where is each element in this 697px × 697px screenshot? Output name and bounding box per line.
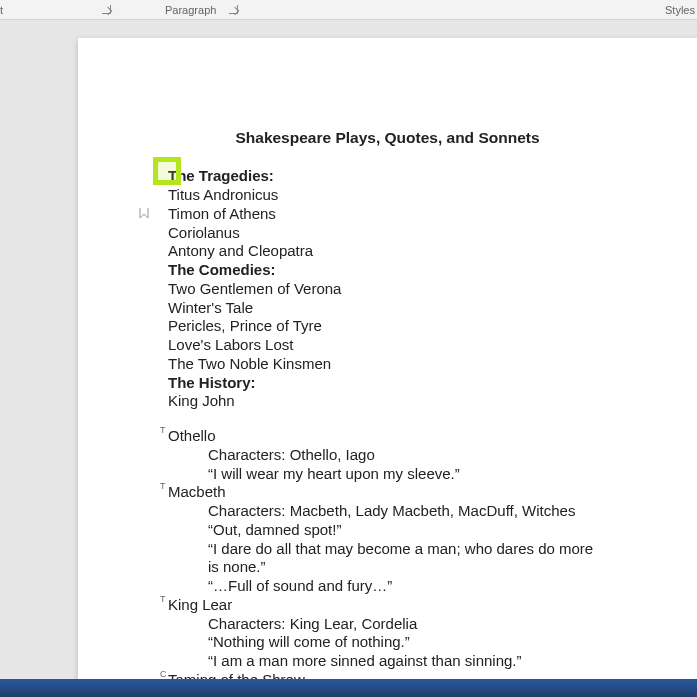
- play-quote: “I will wear my heart upon my sleeve.”: [168, 465, 607, 484]
- section-heading-comedies: The Comedies:: [168, 261, 607, 280]
- play-detail-title: T King Lear: [168, 596, 607, 615]
- dialog-launcher-icon: [229, 5, 238, 14]
- ribbon-label-styles: Styles: [665, 4, 695, 16]
- ribbon-group-font-launcher[interactable]: [102, 5, 111, 14]
- play-quote: “I am a man more sinned against than sin…: [168, 652, 607, 671]
- play-characters: Characters: King Lear, Cordelia: [168, 615, 607, 634]
- ribbon-group-paragraph[interactable]: Paragraph: [165, 4, 216, 16]
- document-title: Shakespeare Plays, Quotes, and Sonnets: [168, 128, 607, 147]
- footnote-mark: T: [160, 481, 166, 492]
- play-item: Coriolanus: [168, 224, 607, 243]
- play-title-text: Othello: [168, 427, 216, 444]
- play-item: Timon of Athens: [168, 205, 607, 224]
- play-quote: “…Full of sound and fury…”: [168, 577, 607, 596]
- play-item: Pericles, Prince of Tyre: [168, 317, 607, 336]
- play-item: Winter's Tale: [168, 299, 607, 318]
- paragraph-marker-icon: [138, 206, 150, 224]
- play-quote: “Out, damned spot!”: [168, 521, 607, 540]
- play-characters: Characters: Macbeth, Lady Macbeth, MacDu…: [168, 502, 607, 521]
- play-quote: “Nothing will come of nothing.”: [168, 633, 607, 652]
- play-title-text: King Lear: [168, 596, 232, 613]
- ribbon-group-font[interactable]: t: [0, 4, 3, 16]
- play-item: Two Gentlemen of Verona: [168, 280, 607, 299]
- section-heading-history: The History:: [168, 374, 607, 393]
- status-bar: [0, 679, 697, 697]
- play-quote: “I dare do all that may become a man; wh…: [168, 540, 607, 578]
- ribbon-label-font-suffix: t: [0, 4, 3, 16]
- section-heading-tragedies: The Tragedies:: [168, 167, 607, 186]
- footnote-mark: T: [160, 425, 166, 436]
- play-item: Antony and Cleopatra: [168, 242, 607, 261]
- document-page[interactable]: Shakespeare Plays, Quotes, and Sonnets T…: [78, 38, 697, 680]
- play-item: Titus Andronicus: [168, 186, 607, 205]
- play-detail-title: T Othello: [168, 427, 607, 446]
- ribbon-label-paragraph: Paragraph: [165, 4, 216, 16]
- play-item: Love's Labors Lost: [168, 336, 607, 355]
- play-title-text: Macbeth: [168, 483, 226, 500]
- ribbon-group-paragraph-launcher[interactable]: [229, 5, 238, 14]
- document-workspace: Shakespeare Plays, Quotes, and Sonnets T…: [0, 20, 697, 679]
- footnote-mark: T: [160, 594, 166, 605]
- ribbon-bar: t Paragraph Styles: [0, 0, 697, 20]
- play-characters: Characters: Othello, Iago: [168, 446, 607, 465]
- play-detail-title: T Macbeth: [168, 483, 607, 502]
- ribbon-group-styles[interactable]: Styles: [665, 4, 695, 16]
- dialog-launcher-icon: [102, 5, 111, 14]
- spacer: [168, 411, 607, 427]
- play-item: King John: [168, 392, 607, 411]
- play-item: The Two Noble Kinsmen: [168, 355, 607, 374]
